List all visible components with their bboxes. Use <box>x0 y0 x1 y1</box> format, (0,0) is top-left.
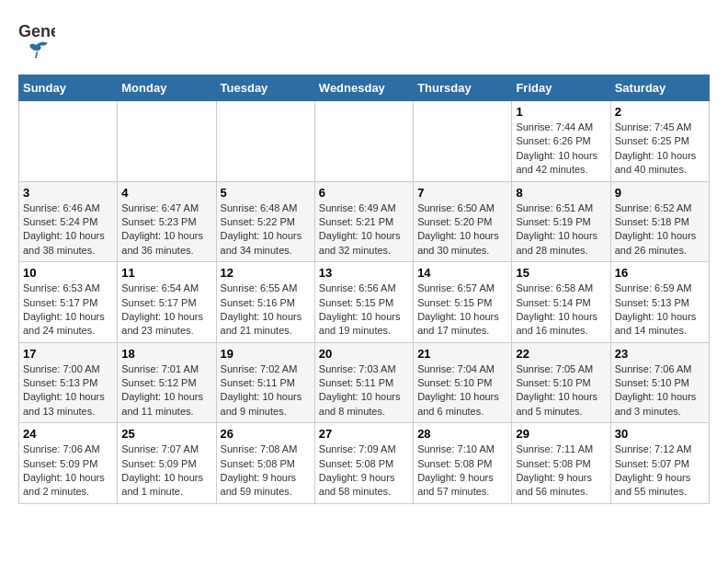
calendar-day-cell: 26Sunrise: 7:08 AM Sunset: 5:08 PM Dayli… <box>216 423 314 504</box>
day-number: 9 <box>615 186 705 200</box>
calendar-week-row: 3Sunrise: 6:46 AM Sunset: 5:24 PM Daylig… <box>19 181 710 262</box>
day-number: 30 <box>615 427 705 441</box>
calendar-day-cell <box>216 101 314 182</box>
day-info: Sunrise: 7:12 AM Sunset: 5:07 PM Dayligh… <box>615 442 705 500</box>
day-number: 20 <box>319 347 409 361</box>
day-info: Sunrise: 6:49 AM Sunset: 5:21 PM Dayligh… <box>319 201 409 259</box>
day-info: Sunrise: 7:07 AM Sunset: 5:09 PM Dayligh… <box>121 442 211 500</box>
calendar-week-row: 10Sunrise: 6:53 AM Sunset: 5:17 PM Dayli… <box>19 262 710 343</box>
day-number: 23 <box>615 347 705 361</box>
logo: General <box>18 18 55 65</box>
calendar-day-cell: 29Sunrise: 7:11 AM Sunset: 5:08 PM Dayli… <box>512 423 610 504</box>
calendar-day-cell: 2Sunrise: 7:45 AM Sunset: 6:25 PM Daylig… <box>610 101 709 182</box>
day-info: Sunrise: 7:05 AM Sunset: 5:10 PM Dayligh… <box>516 362 606 419</box>
day-info: Sunrise: 7:11 AM Sunset: 5:08 PM Dayligh… <box>516 442 606 500</box>
calendar-header-row: SundayMondayTuesdayWednesdayThursdayFrid… <box>19 75 710 101</box>
calendar-day-cell: 13Sunrise: 6:56 AM Sunset: 5:15 PM Dayli… <box>314 262 413 343</box>
day-of-week-header: Saturday <box>610 75 709 101</box>
day-number: 8 <box>516 186 606 200</box>
calendar-day-cell: 23Sunrise: 7:06 AM Sunset: 5:10 PM Dayli… <box>610 342 709 423</box>
calendar-day-cell: 8Sunrise: 6:51 AM Sunset: 5:19 PM Daylig… <box>512 181 610 262</box>
calendar-week-row: 24Sunrise: 7:06 AM Sunset: 5:09 PM Dayli… <box>19 423 710 504</box>
calendar-day-cell <box>314 101 413 182</box>
calendar-day-cell: 17Sunrise: 7:00 AM Sunset: 5:13 PM Dayli… <box>19 342 118 423</box>
day-number: 27 <box>319 427 409 441</box>
calendar-day-cell <box>118 101 216 182</box>
day-of-week-header: Sunday <box>19 75 118 101</box>
calendar-day-cell: 24Sunrise: 7:06 AM Sunset: 5:09 PM Dayli… <box>19 423 118 504</box>
calendar-day-cell: 12Sunrise: 6:55 AM Sunset: 5:16 PM Dayli… <box>216 262 314 343</box>
calendar-day-cell: 5Sunrise: 6:48 AM Sunset: 5:22 PM Daylig… <box>216 181 314 262</box>
calendar-day-cell: 11Sunrise: 6:54 AM Sunset: 5:17 PM Dayli… <box>118 262 216 343</box>
calendar-day-cell: 19Sunrise: 7:02 AM Sunset: 5:11 PM Dayli… <box>216 342 314 423</box>
day-info: Sunrise: 7:08 AM Sunset: 5:08 PM Dayligh… <box>221 442 311 500</box>
day-info: Sunrise: 6:46 AM Sunset: 5:24 PM Dayligh… <box>23 201 113 259</box>
day-number: 26 <box>221 427 311 441</box>
day-number: 18 <box>121 347 211 361</box>
day-number: 4 <box>121 186 211 200</box>
calendar-day-cell <box>19 101 118 182</box>
day-number: 19 <box>221 347 311 361</box>
day-number: 10 <box>23 266 113 280</box>
calendar-day-cell: 14Sunrise: 6:57 AM Sunset: 5:15 PM Dayli… <box>414 262 512 343</box>
day-number: 12 <box>221 266 311 280</box>
day-info: Sunrise: 6:51 AM Sunset: 5:19 PM Dayligh… <box>516 201 606 259</box>
day-of-week-header: Monday <box>118 75 216 101</box>
calendar-day-cell: 18Sunrise: 7:01 AM Sunset: 5:12 PM Dayli… <box>118 342 216 423</box>
day-info: Sunrise: 6:56 AM Sunset: 5:15 PM Dayligh… <box>319 282 409 339</box>
day-info: Sunrise: 7:44 AM Sunset: 6:26 PM Dayligh… <box>516 121 606 178</box>
day-number: 6 <box>319 186 409 200</box>
day-number: 17 <box>23 347 113 361</box>
day-number: 16 <box>615 266 705 280</box>
day-info: Sunrise: 6:54 AM Sunset: 5:17 PM Dayligh… <box>121 282 211 339</box>
day-of-week-header: Friday <box>512 75 610 101</box>
day-info: Sunrise: 6:48 AM Sunset: 5:22 PM Dayligh… <box>221 201 311 259</box>
day-info: Sunrise: 6:47 AM Sunset: 5:23 PM Dayligh… <box>121 201 211 259</box>
day-number: 25 <box>121 427 211 441</box>
day-info: Sunrise: 7:03 AM Sunset: 5:11 PM Dayligh… <box>319 362 409 419</box>
day-info: Sunrise: 7:06 AM Sunset: 5:09 PM Dayligh… <box>23 442 113 500</box>
calendar-day-cell: 28Sunrise: 7:10 AM Sunset: 5:08 PM Dayli… <box>414 423 512 504</box>
day-info: Sunrise: 7:09 AM Sunset: 5:08 PM Dayligh… <box>319 442 409 500</box>
calendar-day-cell: 6Sunrise: 6:49 AM Sunset: 5:21 PM Daylig… <box>314 181 413 262</box>
day-info: Sunrise: 6:55 AM Sunset: 5:16 PM Dayligh… <box>221 282 311 339</box>
day-number: 3 <box>23 186 113 200</box>
day-number: 11 <box>121 266 211 280</box>
day-number: 1 <box>516 105 606 119</box>
day-info: Sunrise: 7:00 AM Sunset: 5:13 PM Dayligh… <box>23 362 113 419</box>
day-number: 5 <box>221 186 311 200</box>
day-info: Sunrise: 6:58 AM Sunset: 5:14 PM Dayligh… <box>516 282 606 339</box>
calendar-day-cell: 27Sunrise: 7:09 AM Sunset: 5:08 PM Dayli… <box>314 423 413 504</box>
day-of-week-header: Tuesday <box>216 75 314 101</box>
calendar-day-cell <box>414 101 512 182</box>
calendar-day-cell: 15Sunrise: 6:58 AM Sunset: 5:14 PM Dayli… <box>512 262 610 343</box>
bird-icon <box>22 38 50 65</box>
calendar-day-cell: 25Sunrise: 7:07 AM Sunset: 5:09 PM Dayli… <box>118 423 216 504</box>
day-number: 7 <box>417 186 507 200</box>
day-number: 15 <box>516 266 606 280</box>
day-number: 28 <box>417 427 507 441</box>
calendar-day-cell: 9Sunrise: 6:52 AM Sunset: 5:18 PM Daylig… <box>610 181 709 262</box>
calendar-day-cell: 3Sunrise: 6:46 AM Sunset: 5:24 PM Daylig… <box>19 181 118 262</box>
calendar-day-cell: 10Sunrise: 6:53 AM Sunset: 5:17 PM Dayli… <box>19 262 118 343</box>
day-number: 13 <box>319 266 409 280</box>
day-info: Sunrise: 7:10 AM Sunset: 5:08 PM Dayligh… <box>417 442 507 500</box>
day-info: Sunrise: 6:57 AM Sunset: 5:15 PM Dayligh… <box>417 282 507 339</box>
day-of-week-header: Wednesday <box>314 75 413 101</box>
day-info: Sunrise: 7:45 AM Sunset: 6:25 PM Dayligh… <box>615 121 705 178</box>
day-number: 22 <box>516 347 606 361</box>
day-info: Sunrise: 6:52 AM Sunset: 5:18 PM Dayligh… <box>615 201 705 259</box>
calendar-day-cell: 7Sunrise: 6:50 AM Sunset: 5:20 PM Daylig… <box>414 181 512 262</box>
calendar-week-row: 17Sunrise: 7:00 AM Sunset: 5:13 PM Dayli… <box>19 342 710 423</box>
calendar-day-cell: 16Sunrise: 6:59 AM Sunset: 5:13 PM Dayli… <box>610 262 709 343</box>
calendar-day-cell: 1Sunrise: 7:44 AM Sunset: 6:26 PM Daylig… <box>512 101 610 182</box>
day-info: Sunrise: 7:01 AM Sunset: 5:12 PM Dayligh… <box>121 362 211 419</box>
day-info: Sunrise: 7:02 AM Sunset: 5:11 PM Dayligh… <box>221 362 311 419</box>
day-number: 2 <box>615 105 705 119</box>
day-info: Sunrise: 7:06 AM Sunset: 5:10 PM Dayligh… <box>615 362 705 419</box>
day-info: Sunrise: 6:50 AM Sunset: 5:20 PM Dayligh… <box>417 201 507 259</box>
day-number: 14 <box>417 266 507 280</box>
day-of-week-header: Thursday <box>414 75 512 101</box>
calendar-day-cell: 30Sunrise: 7:12 AM Sunset: 5:07 PM Dayli… <box>610 423 709 504</box>
day-number: 29 <box>516 427 606 441</box>
